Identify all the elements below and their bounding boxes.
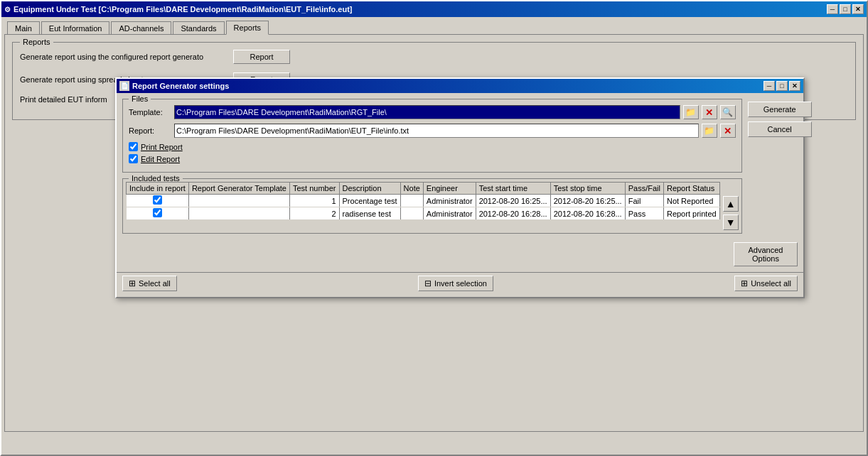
included-tests-group: Included tests Include in report Report … — [122, 178, 742, 234]
files-group: Files Template: 📁 ✕ 🔍 — [122, 99, 742, 173]
tab-bar: Main Eut Information AD-channels Standar… — [4, 20, 864, 34]
side-arrows: ▲ ▼ — [720, 182, 739, 230]
template-row: Template: 📁 ✕ 🔍 — [129, 105, 736, 119]
invert-icon: ⊟ — [424, 278, 432, 288]
dialog-body: Files Template: 📁 ✕ 🔍 — [117, 93, 803, 242]
invert-selection-label: Invert selection — [434, 279, 487, 288]
col-status: Report Status — [663, 183, 719, 195]
outer-window: ⚙ Equipment Under Test [C:\Program Files… — [0, 0, 868, 456]
unselect-icon: ⊞ — [741, 278, 748, 288]
col-engineer: Engineer — [423, 183, 476, 195]
select-all-icon: ⊞ — [129, 278, 136, 288]
tests-table-wrapper: Include in report Report Generator Templ… — [126, 182, 720, 230]
tests-area: Include in report Report Generator Templ… — [126, 182, 739, 230]
dialog-close-button[interactable]: ✕ — [789, 81, 800, 91]
col-test-number: Test number — [289, 183, 339, 195]
files-group-label: Files — [129, 94, 151, 103]
move-down-button[interactable]: ▼ — [723, 215, 739, 230]
tab-main[interactable]: Main — [7, 21, 40, 35]
col-template: Report Generator Template — [188, 183, 289, 195]
report-file-row: Report: 📁 ✕ — [129, 124, 736, 138]
template-label: Template: — [129, 108, 171, 116]
col-start-time: Test start time — [476, 183, 550, 195]
edit-report-checkbox[interactable] — [129, 154, 138, 163]
print-report-row: Print Report — [129, 142, 736, 151]
print-report-label[interactable]: Print Report — [141, 143, 183, 151]
report-input[interactable] — [174, 124, 699, 138]
col-note: Note — [400, 183, 423, 195]
app-icon: ⚙ — [4, 6, 11, 13]
tab-reports[interactable]: Reports — [226, 21, 269, 35]
window-title: Equipment Under Test [C:\Program Files\D… — [14, 5, 827, 13]
tab-content: Reports Generate report using the config… — [4, 34, 864, 432]
template-input[interactable] — [174, 105, 680, 119]
maximize-button[interactable]: □ — [840, 4, 851, 14]
col-stop-time: Test stop time — [550, 183, 625, 195]
cancel-button[interactable]: Cancel — [748, 121, 812, 137]
template-browse-button[interactable]: 📁 — [683, 105, 699, 119]
tab-ad-channels[interactable]: AD-channels — [111, 21, 171, 35]
report-generator-dialog: 📄 Report Generator settings ─ □ ✕ — [115, 77, 805, 298]
edit-report-label[interactable]: Edit Report — [141, 155, 180, 163]
table-row: 2radisense testAdministrator2012-08-20 1… — [127, 207, 720, 220]
window-content: Main Eut Information AD-channels Standar… — [1, 17, 867, 435]
generate-button[interactable]: Generate — [748, 102, 812, 117]
unselect-all-button[interactable]: ⊞ Unselect all — [734, 276, 798, 291]
dialog-overlay: 📄 Report Generator settings ─ □ ✕ — [5, 35, 863, 431]
row-include-checkbox[interactable] — [153, 195, 162, 205]
dialog-right: Generate Cancel — [748, 99, 812, 237]
edit-report-row: Edit Report — [129, 154, 736, 163]
close-button[interactable]: ✕ — [852, 4, 864, 14]
dialog-title-bar: 📄 Report Generator settings ─ □ ✕ — [117, 79, 803, 93]
col-include: Include in report — [127, 183, 189, 195]
move-up-button[interactable]: ▲ — [723, 196, 739, 212]
tab-eut-info[interactable]: Eut Information — [41, 21, 110, 35]
title-bar: ⚙ Equipment Under Test [C:\Program Files… — [1, 1, 867, 17]
select-all-button[interactable]: ⊞ Select all — [122, 276, 177, 291]
template-search-button[interactable]: 🔍 — [720, 105, 736, 119]
table-row: 1Procentage testAdministrator2012-08-20 … — [127, 195, 720, 207]
select-all-label: Select all — [139, 279, 171, 288]
row-include-checkbox[interactable] — [153, 208, 162, 217]
dialog-bottom: ⊞ Select all ⊟ Invert selection ⊞ Unsele… — [117, 272, 803, 297]
report-label: Report: — [129, 126, 171, 135]
dialog-title-text: Report Generator settings — [132, 82, 763, 90]
dialog-left: Files Template: 📁 ✕ 🔍 — [122, 99, 742, 237]
template-clear-button[interactable]: ✕ — [702, 105, 717, 119]
tests-table: Include in report Report Generator Templ… — [126, 182, 720, 220]
dialog-minimize-button[interactable]: ─ — [763, 81, 775, 91]
tab-standards[interactable]: Standards — [173, 21, 224, 35]
dialog-title-buttons: ─ □ ✕ — [763, 81, 800, 91]
col-pass-fail: Pass/Fail — [625, 183, 663, 195]
minimize-button[interactable]: ─ — [827, 4, 838, 14]
invert-selection-button[interactable]: ⊟ Invert selection — [418, 276, 493, 291]
print-report-checkbox[interactable] — [129, 142, 138, 151]
report-clear-button[interactable]: ✕ — [720, 124, 736, 138]
dialog-maximize-button[interactable]: □ — [776, 81, 788, 91]
report-browse-button[interactable]: 📁 — [702, 124, 717, 138]
col-description: Description — [339, 183, 400, 195]
unselect-all-label: Unselect all — [751, 279, 791, 288]
title-bar-buttons: ─ □ ✕ — [827, 4, 864, 14]
dialog-icon: 📄 — [119, 81, 129, 91]
advanced-options-button[interactable]: Advanced Options — [734, 242, 798, 266]
